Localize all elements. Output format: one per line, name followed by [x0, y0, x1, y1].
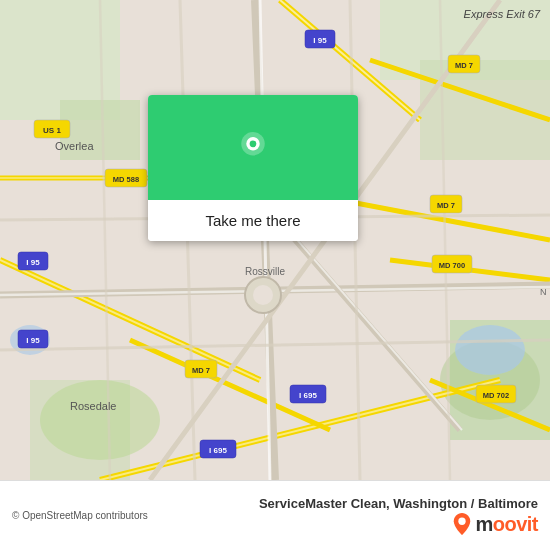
svg-text:MD 7: MD 7 — [437, 201, 455, 210]
svg-text:I 695: I 695 — [299, 391, 317, 400]
svg-point-70 — [459, 518, 466, 525]
svg-rect-4 — [420, 60, 550, 160]
svg-text:I 95: I 95 — [313, 36, 327, 45]
svg-point-7 — [40, 380, 160, 460]
svg-point-69 — [250, 140, 257, 147]
svg-text:I 95: I 95 — [26, 258, 40, 267]
location-pin-icon — [232, 127, 274, 169]
svg-text:MD 700: MD 700 — [439, 261, 465, 270]
service-name: ServiceMaster Clean, Washington / Baltim… — [259, 496, 538, 511]
svg-text:MD 588: MD 588 — [113, 175, 139, 184]
svg-text:N: N — [540, 287, 547, 297]
svg-text:MD 7: MD 7 — [192, 366, 210, 375]
svg-text:MD 702: MD 702 — [483, 391, 509, 400]
svg-point-38 — [253, 285, 273, 305]
popup-green-header — [148, 95, 358, 200]
moovit-text-label: moovit — [475, 513, 538, 536]
svg-text:Rossville: Rossville — [245, 266, 285, 277]
svg-text:US 1: US 1 — [43, 126, 61, 135]
express-exit-label: Express Exit 67 — [464, 8, 540, 20]
svg-text:Rosedale: Rosedale — [70, 400, 116, 412]
osm-attribution: © OpenStreetMap contributors — [12, 510, 259, 521]
bottom-right: ServiceMaster Clean, Washington / Baltim… — [259, 496, 538, 536]
svg-text:I 695: I 695 — [209, 446, 227, 455]
svg-text:MD 7: MD 7 — [455, 61, 473, 70]
svg-text:I 95: I 95 — [26, 336, 40, 345]
moovit-logo: moovit — [453, 513, 538, 536]
map-popup: Take me there — [148, 95, 358, 241]
moovit-pin-icon — [453, 513, 471, 535]
svg-text:Overlea: Overlea — [55, 140, 94, 152]
map-container: US 1 I 95 I 95 I 95 MD 588 MD 7 MD 7 MD … — [0, 0, 550, 480]
bottom-bar: © OpenStreetMap contributors ServiceMast… — [0, 480, 550, 550]
svg-point-9 — [455, 325, 525, 375]
take-me-there-button[interactable]: Take me there — [148, 200, 358, 241]
